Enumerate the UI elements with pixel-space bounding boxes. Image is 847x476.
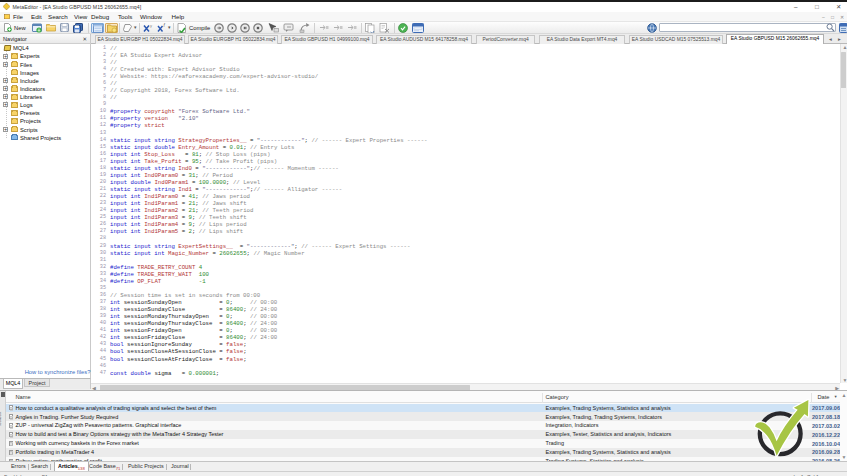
svg-text:f: f bbox=[164, 23, 166, 28]
svg-text:y: y bbox=[150, 23, 152, 28]
